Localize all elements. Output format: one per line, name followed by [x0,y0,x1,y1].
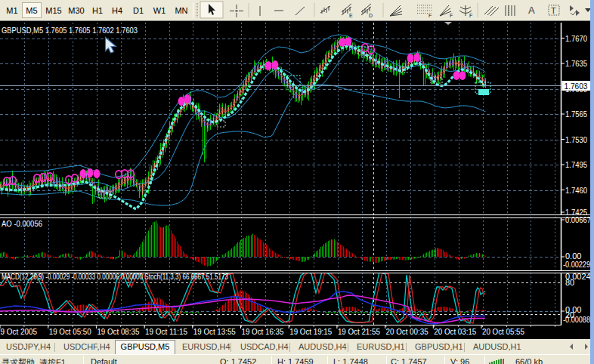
svg-text:D: D [369,13,373,18]
svg-text:F: F [469,13,472,18]
svg-text:19 Oct 21:55: 19 Oct 21:55 [338,327,380,336]
svg-text:19 Oct 19:15: 19 Oct 19:15 [289,327,332,336]
svg-text:F: F [450,13,453,18]
svg-text:19 Oct 2005: 19 Oct 2005 [0,327,37,336]
svg-text:T: T [551,6,556,15]
svg-text:AO -0.00056: AO -0.00056 [2,219,42,228]
svg-text:1.7603: 1.7603 [565,82,588,91]
svg-text:20 Oct 05:55: 20 Oct 05:55 [482,327,524,336]
svg-text:MACD(12,26,9) -0.00029 -0.0003: MACD(12,26,9) -0.00029 -0.00033 0.00006 … [2,272,228,281]
svg-text:19 Oct 05:50: 19 Oct 05:50 [49,327,91,336]
svg-text:GBPUSD,M5 1.7605 1.7605 1.760: GBPUSD,M5 1.7605 1.7605 1.7602 1.7603 [2,26,138,35]
svg-text:F: F [428,13,432,18]
svg-text:1.7670: 1.7670 [565,34,587,43]
svg-text:0.00667: 0.00667 [565,215,591,224]
svg-text:1.7635: 1.7635 [565,59,587,68]
svg-text:19 Oct 16:35: 19 Oct 16:35 [242,327,284,336]
svg-text:19 Oct 11:15: 19 Oct 11:15 [145,327,187,336]
svg-text:E: E [349,13,353,18]
svg-text:19 Oct 08:35: 19 Oct 08:35 [97,327,139,336]
svg-text:1.7530: 1.7530 [565,135,587,144]
svg-text:1.7460: 1.7460 [565,186,587,195]
svg-text:-0.00229: -0.00229 [563,260,590,269]
svg-text:80: 80 [565,278,574,287]
svg-text:1.7495: 1.7495 [565,160,587,169]
svg-text:19 Oct 13:55: 19 Oct 13:55 [193,327,236,336]
svg-text:1.7565: 1.7565 [565,110,587,119]
svg-text:20 Oct 00:35: 20 Oct 00:35 [386,327,428,336]
svg-text:-0.00088: -0.00088 [563,315,590,324]
svg-text:20 Oct 03:15: 20 Oct 03:15 [434,327,476,336]
